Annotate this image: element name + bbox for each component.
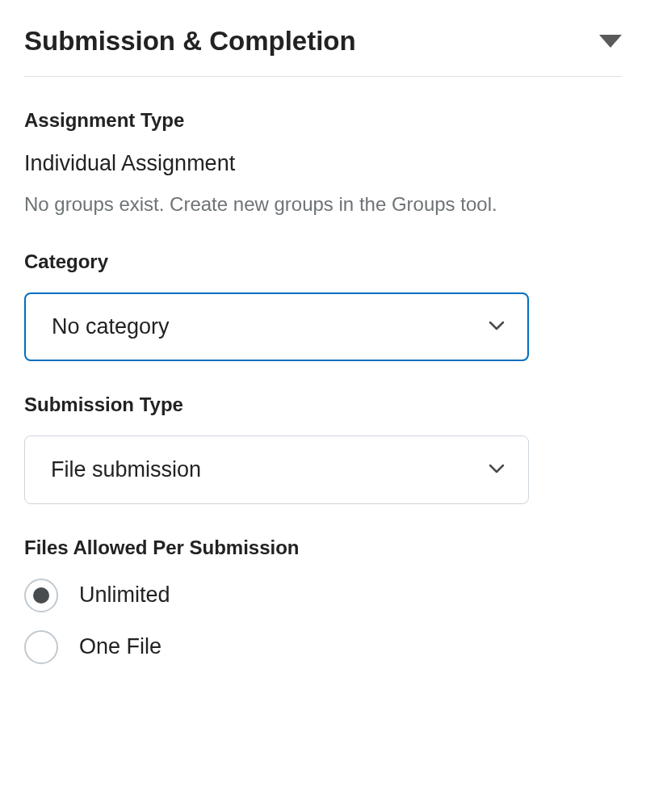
submission-type-select-value: File submission: [51, 457, 201, 482]
radio-option-unlimited[interactable]: Unlimited: [24, 578, 622, 612]
assignment-type-hint: No groups exist. Create new groups in th…: [24, 191, 622, 218]
radio-option-one-file[interactable]: One File: [24, 630, 622, 664]
radio-icon: [24, 578, 58, 612]
category-select[interactable]: No category: [24, 292, 529, 361]
files-allowed-group: Files Allowed Per Submission Unlimited O…: [24, 536, 622, 664]
radio-icon: [24, 630, 58, 664]
radio-label-one-file: One File: [79, 634, 162, 659]
submission-type-select[interactable]: File submission: [24, 435, 529, 504]
section-title: Submission & Completion: [24, 26, 356, 57]
submission-type-group: Submission Type File submission: [24, 393, 622, 504]
radio-label-unlimited: Unlimited: [79, 583, 170, 608]
files-allowed-radio-group: Unlimited One File: [24, 578, 622, 664]
assignment-type-label: Assignment Type: [24, 109, 622, 132]
category-group: Category No category: [24, 250, 622, 361]
section-header[interactable]: Submission & Completion: [24, 26, 622, 77]
assignment-type-value: Individual Assignment: [24, 151, 622, 176]
category-select-value: No category: [52, 314, 170, 339]
collapse-icon: [599, 35, 622, 48]
category-label: Category: [24, 250, 622, 273]
category-select-wrapper: No category: [24, 292, 529, 361]
files-allowed-label: Files Allowed Per Submission: [24, 536, 622, 559]
submission-type-label: Submission Type: [24, 393, 622, 416]
submission-type-select-wrapper: File submission: [24, 435, 529, 504]
assignment-type-group: Assignment Type Individual Assignment No…: [24, 109, 622, 218]
